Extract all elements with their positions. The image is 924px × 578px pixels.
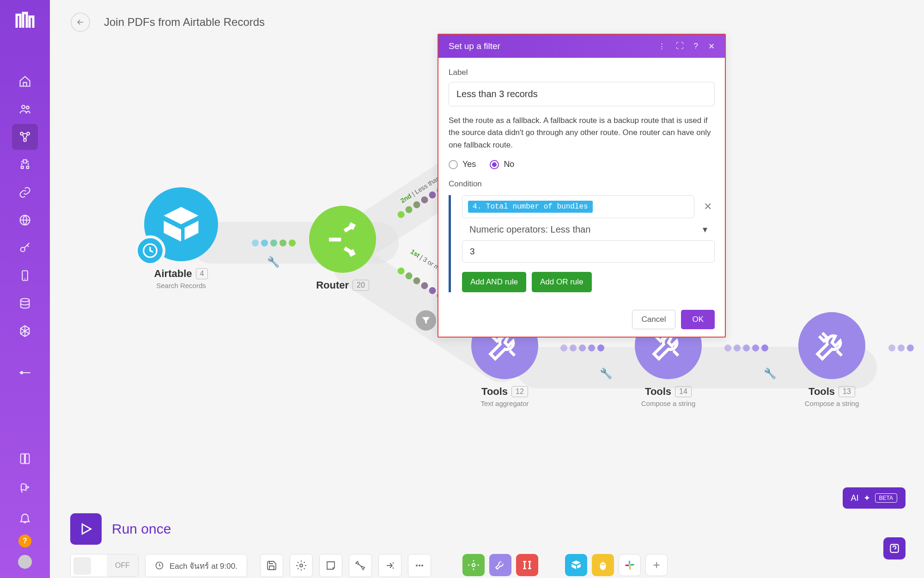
tools1-sub: Text aggregator [471, 400, 538, 407]
nav-datastores-icon[interactable] [12, 290, 38, 316]
svg-rect-23 [625, 565, 629, 566]
scheduling-toggle[interactable]: OFF [70, 554, 139, 577]
svg-point-15 [421, 565, 423, 566]
settings-button[interactable] [290, 554, 313, 577]
panel-expand-icon[interactable]: ⛶ [676, 42, 684, 51]
condition-label: Condition [449, 179, 715, 189]
delete-condition-icon[interactable]: ✕ [701, 201, 715, 213]
router-label: Router [316, 279, 349, 291]
fallback-description: Set the route as a fallback. A fallback … [449, 115, 715, 151]
add-and-rule-button[interactable]: Add AND rule [462, 272, 526, 292]
fav-airtable[interactable] [565, 554, 587, 576]
condition-value-input[interactable]: 3 [462, 240, 715, 263]
wrench-icon[interactable]: 🔧 [600, 368, 612, 380]
help-badge[interactable]: ? [18, 535, 31, 547]
panel-help-icon[interactable]: ? [694, 42, 698, 51]
airtable-badge: 4 [196, 268, 208, 279]
tool-text[interactable] [516, 554, 538, 576]
nav-scenarios-icon[interactable] [12, 124, 38, 150]
fav-app2[interactable] [592, 554, 614, 576]
sidebar: ? [0, 0, 50, 578]
tools2-badge: 14 [675, 386, 692, 397]
router-badge: 20 [353, 280, 369, 291]
tool-flow[interactable] [489, 554, 511, 576]
fav-add[interactable] [645, 554, 668, 576]
fav-slack[interactable] [619, 554, 641, 576]
svg-point-8 [21, 299, 30, 302]
cancel-button[interactable]: Cancel [632, 310, 676, 329]
nav-team-icon[interactable] [12, 96, 38, 122]
nav-devices-icon[interactable] [12, 263, 38, 289]
explain-flow-button[interactable] [378, 554, 401, 577]
auto-align-button[interactable] [349, 554, 372, 577]
svg-rect-22 [629, 566, 631, 570]
fallback-no-radio[interactable]: No [490, 160, 514, 169]
nav-whatsnew-icon[interactable] [12, 475, 38, 501]
svg-point-17 [600, 562, 606, 570]
tool-tools[interactable] [462, 554, 485, 576]
tools2-sub: Compose a string [635, 400, 702, 407]
tools3-sub: Compose a string [798, 400, 865, 407]
svg-point-19 [603, 564, 604, 565]
label-field-label: Label [449, 68, 715, 77]
panel-title: Set up a filter [449, 41, 500, 51]
schedule-indicator[interactable] [135, 235, 165, 266]
connector-dots [252, 240, 296, 246]
svg-point-6 [21, 247, 25, 252]
nav-connections-icon[interactable] [12, 179, 38, 205]
scenario-title[interactable]: Join PDFs from Airtable Records [104, 16, 265, 29]
nav-keys-icon[interactable] [12, 235, 38, 261]
tools3-badge: 13 [839, 386, 855, 397]
nav-datastructures-icon[interactable] [12, 318, 38, 344]
panel-menu-icon[interactable]: ⋮ [658, 42, 666, 51]
operator-select[interactable]: Numeric operators: Less than▾ [462, 218, 715, 240]
fallback-yes-radio[interactable]: Yes [449, 160, 476, 169]
more-button[interactable] [408, 554, 431, 577]
connector-dots [560, 344, 604, 351]
filter-1-icon[interactable] [416, 310, 436, 331]
svg-point-14 [419, 565, 420, 566]
filter-panel: Set up a filter ⋮ ⛶ ? ✕ Label Set the ro… [438, 34, 726, 338]
nav-bottom: ? [12, 446, 38, 569]
connector-dots [888, 344, 914, 351]
svg-rect-21 [630, 564, 634, 566]
condition-operand-input[interactable]: 4. Total number of bundles [462, 195, 694, 218]
nav-webhooks-icon[interactable] [12, 207, 38, 233]
router-node[interactable]: Router20 [309, 206, 376, 291]
sparkle-icon: ✦ [863, 493, 870, 503]
nav-notifications-icon[interactable] [12, 505, 38, 531]
back-button[interactable] [71, 12, 90, 32]
ai-button[interactable]: AI✦BETA [843, 487, 906, 509]
wrench-icon[interactable]: 🔧 [764, 368, 776, 380]
airtable-node[interactable]: Airtable4 Search Records [144, 187, 218, 289]
nav-templates-icon[interactable] [12, 152, 38, 178]
airtable-sub: Search Records [144, 282, 218, 289]
nav-docs-icon[interactable] [12, 446, 38, 472]
tools-node-3[interactable]: Tools13 Compose a string [798, 312, 865, 407]
user-avatar[interactable] [18, 555, 32, 569]
tools3-label: Tools [808, 386, 835, 398]
help-fab[interactable] [883, 537, 906, 560]
schedule-display[interactable]: Each จันทร์ at 9:00. [145, 554, 247, 577]
wrench-icon[interactable]: 🔧 [267, 256, 280, 268]
svg-point-13 [416, 565, 418, 566]
variable-pill[interactable]: 4. Total number of bundles [468, 201, 593, 213]
label-input[interactable] [449, 82, 715, 106]
airtable-label: Airtable [154, 268, 192, 280]
run-once-button[interactable] [70, 513, 102, 545]
nav-more-icon[interactable] [12, 360, 38, 386]
svg-point-18 [601, 564, 602, 565]
ok-button[interactable]: OK [681, 310, 715, 329]
add-or-rule-button[interactable]: Add OR rule [532, 272, 592, 292]
tools1-badge: 12 [511, 386, 528, 397]
nav-home-icon[interactable] [12, 68, 38, 94]
logo[interactable] [14, 9, 36, 31]
svg-rect-20 [629, 560, 630, 565]
svg-point-12 [300, 564, 303, 567]
tools2-label: Tools [645, 386, 671, 398]
panel-close-icon[interactable]: ✕ [708, 42, 715, 51]
panel-header: Set up a filter ⋮ ⛶ ? ✕ [438, 35, 725, 58]
notes-button[interactable] [319, 554, 342, 577]
chevron-down-icon: ▾ [703, 224, 707, 235]
save-button[interactable] [260, 554, 283, 577]
